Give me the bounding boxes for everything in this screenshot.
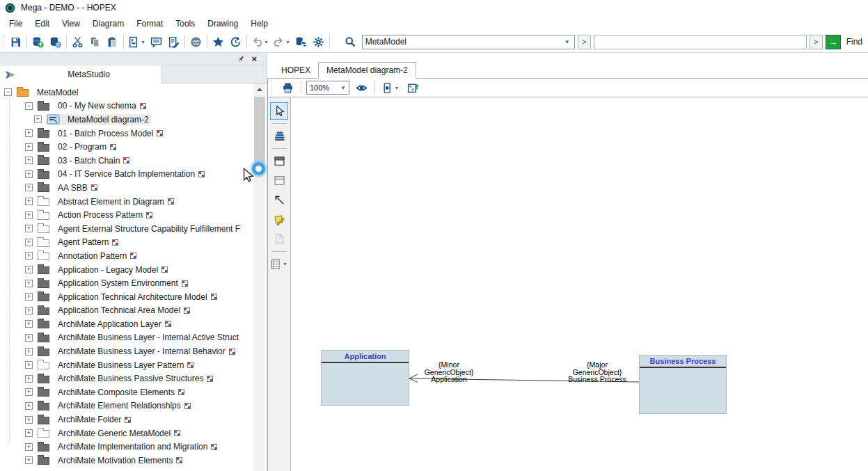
expand-icon[interactable]: +: [25, 443, 33, 451]
expand-icon[interactable]: +: [25, 388, 33, 396]
tree-item-label[interactable]: 01 - Batch Process Model: [56, 128, 155, 139]
redo-icon[interactable]: ▼: [271, 33, 292, 51]
tree-item[interactable]: +03 - Batch Chain: [0, 154, 267, 168]
print-icon[interactable]: [279, 80, 296, 95]
tree-item-label[interactable]: Action Process Pattern: [56, 209, 145, 221]
export-image-icon[interactable]: [404, 80, 421, 95]
expand-icon[interactable]: +: [25, 361, 33, 369]
save-icon[interactable]: [7, 33, 24, 51]
tree-item[interactable]: +ArchiMate Business Layer - Internal Act…: [0, 331, 267, 345]
tree-item-label[interactable]: ArchiMate Business Layer - Internal Acti…: [56, 332, 241, 343]
menu-edit[interactable]: Edit: [29, 17, 56, 31]
expand-icon[interactable]: +: [25, 456, 33, 464]
tree-item[interactable]: +Action Process Pattern: [0, 208, 267, 222]
note-icon[interactable]: [270, 211, 288, 228]
expand-icon[interactable]: +: [25, 375, 33, 383]
tree-item[interactable]: +ArchiMate Generic MetaModel: [0, 426, 267, 440]
expand-icon[interactable]: +: [25, 225, 33, 232]
edit-document-icon[interactable]: [165, 33, 182, 51]
expand-icon[interactable]: +: [34, 115, 42, 123]
tab-hopex[interactable]: HOPEX: [274, 63, 318, 78]
expand-icon[interactable]: +: [25, 143, 33, 151]
window-tree-icon[interactable]: ▼: [126, 33, 148, 51]
copy-icon[interactable]: [86, 33, 104, 51]
expand-icon[interactable]: +: [25, 334, 33, 342]
expand-icon[interactable]: +: [25, 211, 33, 219]
tree-item[interactable]: +04 - IT Service Batch Implementation: [0, 168, 267, 182]
tree-item[interactable]: −MetaModel: [0, 86, 267, 99]
tree-item[interactable]: +Application Technical Area Model: [0, 304, 267, 318]
expand-icon[interactable]: +: [25, 307, 33, 314]
tree-item-label[interactable]: Application Technical Area Model: [56, 305, 182, 316]
tree-item-label[interactable]: 00 - My New schema: [56, 100, 139, 111]
tree-item-label[interactable]: ArchiMate Composite Elements: [56, 387, 177, 398]
tree-item-label[interactable]: ArchiMate Element Relationships: [56, 400, 183, 411]
tree-item-label[interactable]: Agent External Structure Capability Fulf…: [56, 223, 242, 234]
tree-item[interactable]: +ArchiMate Composite Elements: [0, 385, 267, 399]
comment-icon[interactable]: [148, 33, 165, 51]
tree-item-label[interactable]: Abstract Element in Diagram: [56, 196, 166, 207]
tree-item-label[interactable]: Application Technical Architecture Model: [56, 292, 210, 303]
diagram-options-icon[interactable]: ▼: [380, 80, 401, 95]
tree-item[interactable]: +MetaModel diagram-2: [0, 113, 267, 127]
menu-file[interactable]: File: [3, 17, 29, 31]
settings-gear-icon[interactable]: [310, 33, 327, 51]
tree-item[interactable]: +ArchiMate Business Layer Pattern: [0, 358, 267, 372]
expand-icon[interactable]: +: [25, 416, 33, 424]
expand-icon[interactable]: +: [25, 239, 33, 246]
paste-icon[interactable]: [104, 33, 121, 51]
expand-icon[interactable]: +: [25, 198, 33, 205]
tree-item-label[interactable]: ArchiMate Folder: [56, 414, 123, 425]
tree-item-label[interactable]: AA SBB: [56, 182, 90, 193]
tree-item[interactable]: +01 - Batch Process Model: [0, 127, 267, 141]
menu-help[interactable]: Help: [244, 17, 274, 31]
diagram-toolbar-drag-handle[interactable]: [270, 80, 274, 95]
expand-icon[interactable]: +: [25, 429, 33, 437]
connector-spool-icon[interactable]: [270, 127, 288, 145]
db-refresh-icon[interactable]: [47, 33, 64, 51]
tree-item-label[interactable]: ArchiMate Implementation and Migration: [56, 441, 210, 452]
tree-item-label[interactable]: 02 - Program: [56, 141, 109, 152]
tree-item-label[interactable]: 03 - Batch Chain: [56, 155, 122, 166]
tree-item[interactable]: +02 - Program: [0, 140, 267, 154]
menu-drawing[interactable]: Drawing: [201, 17, 244, 31]
tree-item[interactable]: −00 - My New schema: [0, 99, 267, 113]
undo-icon[interactable]: ▼: [249, 33, 271, 51]
tree-item[interactable]: +ArchiMate Business Passive Structures: [0, 372, 267, 385]
menu-tools[interactable]: Tools: [169, 17, 201, 31]
tree-item[interactable]: +ArchiMate Element Relationships: [0, 399, 267, 413]
pin-icon[interactable]: [237, 55, 245, 63]
expand-icon[interactable]: +: [25, 280, 33, 287]
collapse-icon[interactable]: −: [25, 102, 33, 110]
find-button[interactable]: →: [826, 35, 841, 49]
tree-item-label[interactable]: Application System Environment: [56, 278, 180, 289]
box-light-header-icon[interactable]: [270, 172, 288, 189]
legend-dropdown-icon[interactable]: ▼: [270, 255, 288, 273]
close-panel-icon[interactable]: ×: [251, 56, 257, 63]
tree-item-label[interactable]: ArchiMate Business Layer Pattern: [56, 360, 186, 371]
chevron-down-icon[interactable]: ▼: [563, 39, 571, 45]
box-dark-header-icon[interactable]: [270, 152, 288, 170]
search-scope-combobox[interactable]: MetaModel ▼: [362, 35, 575, 49]
tab-metastudio[interactable]: MetaStudio: [0, 65, 162, 83]
tree-item-label[interactable]: Agent Pattern: [56, 237, 111, 248]
diagonal-link-icon[interactable]: [270, 191, 288, 209]
tree-item-label[interactable]: ArchiMate Generic MetaModel: [56, 428, 173, 439]
diagram-node-application[interactable]: Application: [321, 350, 409, 406]
tree-item[interactable]: +ArchiMate Business Layer - Internal Beh…: [0, 344, 267, 358]
scope-go-button[interactable]: >: [578, 35, 591, 49]
expand-icon[interactable]: +: [25, 293, 33, 301]
db-organize-icon[interactable]: [292, 33, 310, 51]
handshake-icon[interactable]: [187, 33, 205, 51]
tree-item[interactable]: +Application - Legacy Model: [0, 263, 267, 277]
tree-item[interactable]: +ArchiMate Folder: [0, 413, 267, 426]
zoom-combobox[interactable]: 100% ▼: [306, 81, 349, 95]
tree-item[interactable]: +Agent External Structure Capability Ful…: [0, 222, 267, 236]
expand-icon[interactable]: +: [25, 184, 33, 191]
menu-diagram[interactable]: Diagram: [86, 17, 130, 31]
tree-item[interactable]: +ArchiMate Application Layer: [0, 317, 267, 331]
search-input[interactable]: [594, 35, 807, 49]
tree-item[interactable]: +Annotation Pattern: [0, 249, 267, 263]
chevron-down-icon[interactable]: ▼: [340, 85, 346, 91]
tree-item[interactable]: +ArchiMate Implementation and Migration: [0, 440, 267, 454]
